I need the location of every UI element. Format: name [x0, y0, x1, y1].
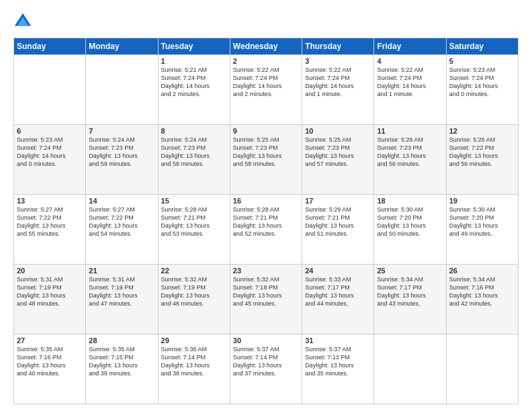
cell-content-line: Sunrise: 5:32 AM — [233, 275, 299, 283]
calendar-cell: 10Sunrise: 5:25 AMSunset: 7:23 PMDayligh… — [302, 125, 374, 195]
day-number: 30 — [233, 336, 299, 345]
calendar-cell: 12Sunrise: 5:26 AMSunset: 7:22 PMDayligh… — [446, 125, 518, 195]
cell-content-line: Daylight: 14 hours — [377, 82, 443, 90]
calendar-cell: 5Sunrise: 5:23 AMSunset: 7:24 PMDaylight… — [446, 55, 518, 125]
day-header-saturday: Saturday — [446, 38, 518, 55]
cell-content-line: and 56 minutes. — [449, 160, 515, 168]
cell-content-line: Sunset: 7:24 PM — [161, 74, 227, 82]
cell-content-line: Sunset: 7:17 PM — [377, 283, 443, 291]
cell-content-line: Sunrise: 5:22 AM — [377, 66, 443, 74]
calendar-cell: 31Sunrise: 5:37 AMSunset: 7:13 PMDayligh… — [302, 334, 374, 404]
day-number: 6 — [17, 127, 83, 135]
cell-content-line: and 35 minutes. — [305, 369, 371, 377]
logo — [13, 12, 35, 31]
cell-content-line: Sunset: 7:24 PM — [449, 74, 515, 82]
calendar-cell: 14Sunrise: 5:27 AMSunset: 7:22 PMDayligh… — [86, 195, 158, 265]
day-number: 16 — [233, 197, 299, 205]
cell-content-line: Daylight: 14 hours — [305, 82, 371, 90]
day-number: 25 — [377, 267, 443, 275]
day-header-wednesday: Wednesday — [230, 38, 302, 55]
calendar-cell — [374, 334, 446, 404]
calendar-header-row: SundayMondayTuesdayWednesdayThursdayFrid… — [14, 38, 519, 55]
calendar-cell: 24Sunrise: 5:33 AMSunset: 7:17 PMDayligh… — [302, 265, 374, 334]
cell-content-line: Sunrise: 5:32 AM — [161, 275, 227, 283]
cell-content-line: Daylight: 13 hours — [89, 222, 154, 230]
cell-content-line: Sunrise: 5:23 AM — [449, 66, 515, 74]
calendar-cell: 28Sunrise: 5:35 AMSunset: 7:15 PMDayligh… — [86, 334, 158, 404]
cell-content-line: Sunrise: 5:31 AM — [89, 275, 154, 283]
calendar-cell: 19Sunrise: 5:30 AMSunset: 7:20 PMDayligh… — [446, 195, 518, 265]
cell-content-line: Sunset: 7:20 PM — [449, 214, 515, 222]
cell-content-line: Sunset: 7:22 PM — [449, 144, 515, 152]
calendar-table: SundayMondayTuesdayWednesdayThursdayFrid… — [13, 38, 519, 404]
cell-content-line: and 54 minutes. — [89, 230, 154, 238]
cell-content-line: Sunset: 7:19 PM — [17, 283, 83, 291]
cell-content-line: and 48 minutes. — [17, 300, 83, 308]
calendar-cell: 6Sunrise: 5:23 AMSunset: 7:24 PMDaylight… — [14, 125, 86, 195]
cell-content-line: Daylight: 13 hours — [89, 291, 154, 300]
calendar-cell: 22Sunrise: 5:32 AMSunset: 7:19 PMDayligh… — [158, 265, 230, 334]
cell-content-line: Sunrise: 5:35 AM — [89, 345, 154, 353]
calendar-cell: 30Sunrise: 5:37 AMSunset: 7:14 PMDayligh… — [230, 334, 302, 404]
cell-content-line: Daylight: 13 hours — [17, 222, 83, 230]
cell-content-line: and 37 minutes. — [233, 369, 299, 377]
cell-content-line: Sunrise: 5:27 AM — [89, 205, 154, 214]
calendar-cell: 16Sunrise: 5:28 AMSunset: 7:21 PMDayligh… — [230, 195, 302, 265]
cell-content-line: Daylight: 14 hours — [449, 82, 515, 90]
calendar-cell: 25Sunrise: 5:34 AMSunset: 7:17 PMDayligh… — [374, 265, 446, 334]
cell-content-line: and 50 minutes. — [377, 230, 443, 238]
day-number: 4 — [377, 57, 443, 65]
cell-content-line: Sunrise: 5:24 AM — [89, 136, 154, 144]
day-number: 10 — [305, 127, 371, 135]
cell-content-line: Daylight: 13 hours — [377, 152, 443, 160]
cell-content-line: Sunrise: 5:22 AM — [233, 66, 299, 74]
day-number: 5 — [449, 57, 515, 65]
cell-content-line: Sunset: 7:16 PM — [17, 353, 83, 361]
day-number: 24 — [305, 267, 371, 275]
day-number: 15 — [161, 197, 227, 205]
cell-content-line: Sunrise: 5:37 AM — [233, 345, 299, 353]
cell-content-line: Sunset: 7:17 PM — [305, 283, 371, 291]
calendar-cell: 20Sunrise: 5:31 AMSunset: 7:19 PMDayligh… — [14, 265, 86, 334]
day-header-friday: Friday — [374, 38, 446, 55]
cell-content-line: Daylight: 13 hours — [89, 361, 154, 369]
day-number: 20 — [17, 267, 83, 275]
cell-content-line: and 58 minutes. — [161, 160, 227, 168]
cell-content-line: Daylight: 13 hours — [449, 152, 515, 160]
cell-content-line: Sunset: 7:24 PM — [17, 144, 83, 152]
cell-content-line: Sunrise: 5:30 AM — [449, 205, 515, 214]
cell-content-line: Daylight: 13 hours — [305, 222, 371, 230]
cell-content-line: Daylight: 13 hours — [305, 152, 371, 160]
cell-content-line: Sunrise: 5:34 AM — [449, 275, 515, 283]
cell-content-line: and 51 minutes. — [305, 230, 371, 238]
cell-content-line: and 0 minutes. — [449, 90, 515, 98]
calendar-cell: 9Sunrise: 5:25 AMSunset: 7:23 PMDaylight… — [230, 125, 302, 195]
calendar-cell: 21Sunrise: 5:31 AMSunset: 7:19 PMDayligh… — [86, 265, 158, 334]
cell-content-line: Daylight: 13 hours — [233, 222, 299, 230]
cell-content-line: Sunrise: 5:34 AM — [377, 275, 443, 283]
cell-content-line: and 59 minutes. — [89, 160, 154, 168]
cell-content-line: Daylight: 13 hours — [17, 291, 83, 300]
calendar-cell: 29Sunrise: 5:36 AMSunset: 7:14 PMDayligh… — [158, 334, 230, 404]
cell-content-line: Sunset: 7:23 PM — [233, 144, 299, 152]
calendar-cell — [14, 55, 86, 125]
cell-content-line: Daylight: 13 hours — [233, 152, 299, 160]
cell-content-line: Sunset: 7:20 PM — [377, 214, 443, 222]
calendar-cell: 18Sunrise: 5:30 AMSunset: 7:20 PMDayligh… — [374, 195, 446, 265]
calendar-cell: 4Sunrise: 5:22 AMSunset: 7:24 PMDaylight… — [374, 55, 446, 125]
day-number: 11 — [377, 127, 443, 135]
cell-content-line: Sunset: 7:19 PM — [161, 283, 227, 291]
cell-content-line: and 1 minute. — [377, 90, 443, 98]
cell-content-line: Sunset: 7:24 PM — [305, 74, 371, 82]
cell-content-line: Daylight: 13 hours — [305, 291, 371, 300]
cell-content-line: Sunset: 7:21 PM — [305, 214, 371, 222]
cell-content-line: Sunrise: 5:33 AM — [305, 275, 371, 283]
day-number: 2 — [233, 57, 299, 65]
cell-content-line: Sunrise: 5:22 AM — [305, 66, 371, 74]
cell-content-line: Sunset: 7:22 PM — [89, 214, 154, 222]
cell-content-line: Sunrise: 5:29 AM — [305, 205, 371, 214]
cell-content-line: Daylight: 13 hours — [161, 291, 227, 300]
day-number: 1 — [161, 57, 227, 65]
cell-content-line: Sunrise: 5:27 AM — [17, 205, 83, 214]
calendar-week-row: 13Sunrise: 5:27 AMSunset: 7:22 PMDayligh… — [14, 195, 519, 265]
